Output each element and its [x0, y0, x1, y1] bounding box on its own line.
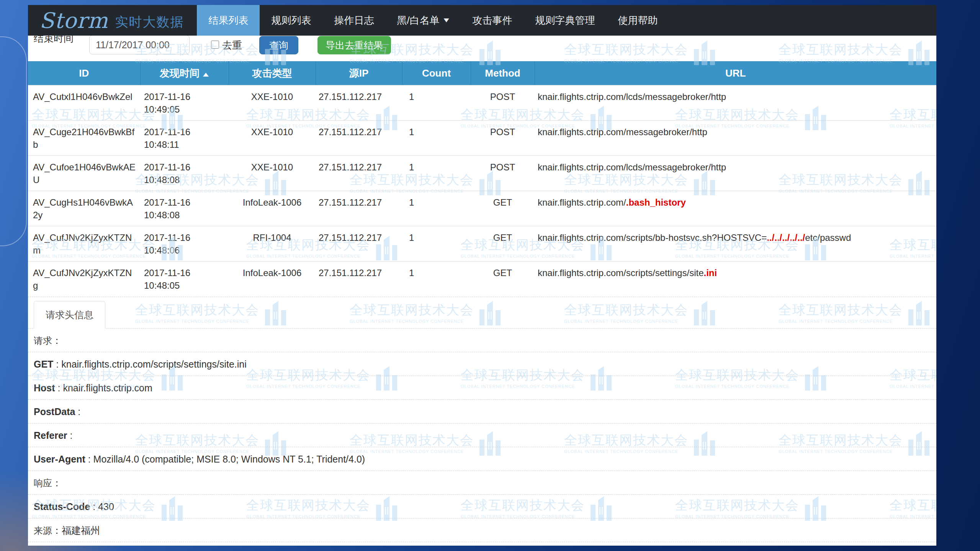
- cell-clock: 10:48:11: [144, 138, 229, 151]
- cell-attack-type: XXE-1010: [229, 121, 316, 156]
- column-header-3[interactable]: 源IP: [316, 62, 402, 85]
- cell-url: knair.flights.ctrip.com/.bash_history: [535, 191, 936, 226]
- cell-found-time: 2017-11-16 10:48:11: [140, 121, 229, 156]
- cell-clock: 10:48:06: [144, 244, 229, 257]
- detail-row-GET: GET : knair.flights.ctrip.com/scripts/se…: [28, 352, 936, 376]
- table-row[interactable]: AV_CufJNv2KjZyxKTZNm 2017-11-16 10:48:06…: [28, 226, 936, 262]
- url-highlight-segment: ../../../../../: [767, 232, 805, 243]
- url-segment: knair.flights.ctrip.com/scripts/bb-hosts…: [538, 232, 767, 243]
- detail-row-请求: 请求：: [28, 329, 936, 352]
- column-header-0[interactable]: ID: [28, 62, 140, 85]
- nav-item-5[interactable]: 规则字典管理: [524, 5, 607, 36]
- url-segment: knair.flights.ctrip.com/messagebroker/ht…: [538, 127, 707, 137]
- detail-value: Mozilla/4.0 (compatible; MSIE 8.0; Windo…: [93, 454, 365, 464]
- nav-item-1[interactable]: 规则列表: [260, 5, 322, 36]
- column-header-2[interactable]: 攻击类型: [229, 62, 316, 85]
- column-header-6[interactable]: URL: [535, 62, 936, 85]
- end-time-input[interactable]: [89, 35, 190, 54]
- results-table: ID发现时间▲攻击类型源IPCountMethodURL AV_Cutxl1H0…: [28, 61, 936, 297]
- detail-separator: :: [85, 454, 93, 464]
- url-segment: knair.flights.ctrip.com/scripts/settings…: [538, 268, 704, 278]
- detail-separator: :: [75, 406, 80, 417]
- cell-source-ip: 27.151.112.217: [316, 156, 402, 191]
- table-body: AV_Cutxl1H046vBwkZel 2017-11-16 10:49:05…: [28, 85, 936, 297]
- url-segment: knair.flights.ctrip.com/: [538, 197, 626, 208]
- nav-item-label: 攻击事件: [473, 14, 512, 27]
- table-row[interactable]: AV_CufJNv2KjZyxKTZNg 2017-11-16 10:48:05…: [28, 262, 936, 297]
- url-highlight-segment: .bash_history: [626, 197, 686, 208]
- dedup-checkbox[interactable]: [211, 41, 219, 49]
- brand-logo[interactable]: Storm 实时大数据: [28, 5, 197, 36]
- cell-source-ip: 27.151.112.217: [316, 226, 402, 262]
- cell-source-ip: 27.151.112.217: [316, 121, 402, 156]
- cell-attack-type: InfoLeak-1006: [229, 262, 316, 297]
- nav-item-label: 结果列表: [208, 14, 248, 27]
- url-highlight-segment: .ini: [704, 268, 717, 278]
- nav-item-6[interactable]: 使用帮助: [607, 5, 669, 36]
- nav-item-label: 操作日志: [334, 14, 374, 27]
- detail-separator: ：: [52, 335, 62, 346]
- detail-label: GET: [34, 359, 53, 370]
- cell-url: knair.flights.ctrip.com/lcds/messagebrok…: [535, 156, 936, 191]
- cell-clock: 10:48:08: [144, 173, 229, 186]
- column-header-label: URL: [725, 67, 746, 79]
- detail-value: 430: [98, 501, 114, 512]
- brand-logo-text: Storm: [39, 8, 108, 33]
- query-button[interactable]: 查询: [259, 36, 298, 54]
- table-row[interactable]: AV_Cuge21H046vBwkBfb 2017-11-16 10:48:11…: [28, 121, 936, 156]
- cell-source-ip: 27.151.112.217: [316, 85, 402, 121]
- column-header-1[interactable]: 发现时间▲: [140, 62, 229, 85]
- cell-attack-type: XXE-1010: [229, 156, 316, 191]
- browser-content-window: 全球互联网技术大会 GLOBAL INTERNET TECHNOLOGY CON…: [28, 5, 936, 546]
- table-row[interactable]: AV_CugHs1H046vBwkA2y 2017-11-16 10:48:08…: [28, 191, 936, 226]
- cell-count: 1: [402, 85, 471, 121]
- cell-source-ip: 27.151.112.217: [316, 191, 402, 226]
- url-segment: knair.flights.ctrip.com/lcds/messagebrok…: [538, 92, 726, 102]
- detail-label: Referer: [34, 430, 67, 441]
- detail-label: 请求: [34, 335, 52, 346]
- nav-item-0[interactable]: 结果列表: [197, 5, 260, 36]
- results-table-wrap: ID发现时间▲攻击类型源IPCountMethodURL AV_Cutxl1H0…: [28, 61, 936, 297]
- cell-id: AV_CufJNv2KjZyxKTZNm: [28, 226, 140, 262]
- table-row[interactable]: AV_Cufoe1H046vBwkAEU 2017-11-16 10:48:08…: [28, 156, 936, 191]
- column-header-label: Method: [485, 67, 520, 79]
- export-dedup-button[interactable]: 导出去重结果: [317, 36, 391, 54]
- detail-label: PostData: [34, 406, 75, 417]
- cell-count: 1: [402, 226, 471, 262]
- cell-attack-type: RFI-1004: [229, 226, 316, 262]
- detail-separator: :: [53, 359, 61, 370]
- nav-item-4[interactable]: 攻击事件: [461, 5, 524, 36]
- cell-date: 2017-11-16: [144, 90, 229, 103]
- cell-clock: 10:49:05: [144, 103, 229, 116]
- column-header-5[interactable]: Method: [471, 62, 535, 85]
- detail-separator: ：: [52, 477, 62, 488]
- cell-found-time: 2017-11-16 10:48:06: [140, 226, 229, 262]
- detail-label: Host: [34, 383, 55, 393]
- cell-method: GET: [471, 262, 535, 297]
- cell-attack-type: InfoLeak-1006: [229, 191, 316, 226]
- cell-url: knair.flights.ctrip.com/messagebroker/ht…: [535, 121, 936, 156]
- cell-source-ip: 27.151.112.217: [316, 262, 402, 297]
- table-header-row: ID发现时间▲攻击类型源IPCountMethodURL: [28, 62, 936, 85]
- cell-id: AV_Cufoe1H046vBwkAEU: [28, 156, 140, 191]
- request-detail-panel: 请求： GET : knair.flights.ctrip.com/script…: [28, 329, 936, 542]
- table-row[interactable]: AV_Cutxl1H046vBwkZel 2017-11-16 10:49:05…: [28, 85, 936, 121]
- desktop-widget-outline: [0, 36, 27, 246]
- cell-url: knair.flights.ctrip.com/scripts/settings…: [535, 262, 936, 297]
- cell-method: POST: [471, 85, 535, 121]
- nav-items: 结果列表 规则列表 操作日志 黑/白名单 ▼ 攻击事件 规则字典管理 使用帮助: [197, 5, 669, 36]
- nav-item-3[interactable]: 黑/白名单 ▼: [385, 5, 461, 36]
- tab-request-headers[interactable]: 请求头信息: [34, 301, 105, 329]
- cell-count: 1: [402, 191, 471, 226]
- cell-method: GET: [471, 191, 535, 226]
- column-header-4[interactable]: Count: [402, 62, 471, 85]
- top-navbar: Storm 实时大数据 结果列表 规则列表 操作日志 黑/白名单 ▼ 攻击事件 …: [28, 5, 936, 36]
- column-header-label: 攻击类型: [252, 67, 292, 79]
- detail-row-来源: 来源：福建福州: [28, 518, 936, 542]
- detail-value: knair.flights.ctrip.com/scripts/settings…: [61, 359, 247, 370]
- cell-method: POST: [471, 121, 535, 156]
- nav-item-2[interactable]: 操作日志: [322, 5, 385, 36]
- detail-row-User-Agent: User-Agent : Mozilla/4.0 (compatible; MS…: [28, 447, 936, 471]
- detail-value: 福建福州: [62, 525, 100, 536]
- caret-down-icon: ▼: [442, 16, 451, 24]
